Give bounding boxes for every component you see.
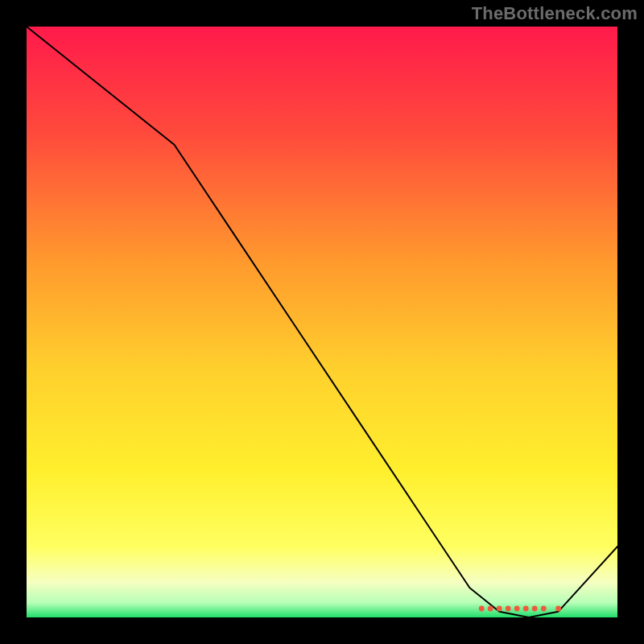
plot-area <box>27 27 617 617</box>
marker-dot <box>541 606 547 612</box>
marker-dot <box>506 606 511 612</box>
marker-dot <box>497 606 502 612</box>
chart-svg <box>27 27 617 617</box>
marker-dot <box>555 606 561 612</box>
gradient-background <box>27 27 617 617</box>
marker-dot <box>532 606 538 612</box>
marker-dot <box>514 606 520 612</box>
chart-stage: TheBottleneck.com <box>0 0 644 644</box>
marker-dot <box>488 606 493 612</box>
watermark-text: TheBottleneck.com <box>472 3 638 24</box>
marker-dot <box>479 606 485 612</box>
marker-dot <box>523 606 529 612</box>
